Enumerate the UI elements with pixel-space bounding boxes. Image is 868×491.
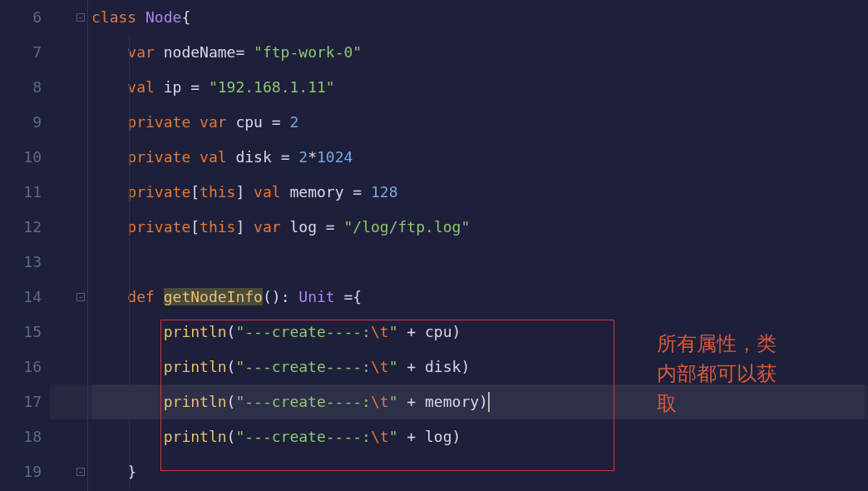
- line-number: 17: [0, 384, 42, 419]
- code-token: [272, 148, 281, 166]
- code-line[interactable]: def getNodeInfo(): Unit ={: [91, 280, 865, 315]
- line-gutter: 678910111213141516171819: [0, 0, 50, 491]
- code-line[interactable]: private[this] var log = "/log/ftp.log": [91, 210, 865, 245]
- code-token: [190, 148, 200, 166]
- code-token: {: [353, 288, 362, 305]
- code-token: \t: [371, 393, 389, 410]
- line-number: 15: [0, 315, 42, 350]
- code-token: [227, 113, 236, 131]
- code-token: =: [190, 78, 209, 96]
- code-token: [344, 183, 353, 201]
- indent-guide: [129, 35, 130, 489]
- code-token: ): [461, 358, 470, 375]
- code-token: \t: [371, 358, 389, 375]
- code-token: memory: [289, 183, 343, 201]
- code-token: =: [281, 148, 299, 166]
- code-token: log: [289, 218, 317, 236]
- code-token: [398, 428, 407, 445]
- code-token: =: [326, 218, 344, 236]
- code-token: "---create----:: [235, 323, 371, 340]
- fold-toggle-icon[interactable]: [76, 468, 85, 476]
- code-token: +: [407, 393, 416, 410]
- code-token: (: [227, 393, 236, 410]
- code-token: var: [127, 43, 155, 61]
- code-token: ): [452, 323, 461, 340]
- code-line[interactable]: }: [91, 454, 865, 489]
- annotation-text: 所有属性，类 内部都可以获 取: [657, 329, 777, 419]
- line-number: 6: [0, 0, 42, 35]
- code-token: ): [452, 428, 461, 445]
- code-token: *: [308, 148, 317, 166]
- code-token: ": [389, 393, 398, 410]
- code-token: [335, 288, 344, 305]
- code-line[interactable]: private val disk = 2*1024: [91, 140, 865, 175]
- code-token: class: [91, 8, 136, 26]
- code-line[interactable]: [91, 245, 865, 280]
- code-token: ": [389, 323, 398, 340]
- code-token: println: [164, 358, 227, 375]
- code-editor[interactable]: 678910111213141516171819 class Node{ var…: [0, 0, 868, 491]
- code-line[interactable]: println("---create----:\t" + log): [91, 419, 865, 454]
- line-number: 19: [0, 454, 42, 489]
- code-line[interactable]: class Node{: [91, 0, 865, 35]
- code-token: private: [127, 113, 190, 131]
- line-number: 13: [0, 245, 42, 280]
- code-token: [: [190, 183, 200, 201]
- code-token: =: [272, 113, 290, 131]
- code-token: \t: [371, 428, 389, 445]
- code-token: =: [353, 183, 371, 201]
- code-token: memory: [425, 393, 479, 410]
- code-token: def: [127, 288, 155, 305]
- line-number: 11: [0, 175, 42, 210]
- annotation-line-2: 内部都可以获: [657, 362, 777, 384]
- code-token: =: [344, 288, 353, 305]
- code-token: 1024: [317, 148, 353, 166]
- code-token: (: [227, 358, 236, 375]
- fold-toggle-icon[interactable]: [76, 293, 85, 301]
- code-token: ]: [235, 218, 244, 236]
- code-token: "---create----:: [235, 393, 371, 410]
- fold-toggle-icon[interactable]: [76, 13, 85, 22]
- code-token: ": [389, 358, 398, 375]
- code-token: var: [200, 113, 227, 131]
- code-line[interactable]: private[this] val memory = 128: [91, 175, 865, 210]
- code-token: [281, 218, 290, 236]
- code-token: [155, 78, 164, 96]
- line-number: 12: [0, 210, 42, 245]
- code-token: [: [190, 218, 200, 236]
- code-token: 2: [289, 113, 298, 131]
- code-token: ]: [235, 183, 244, 201]
- code-token: +: [407, 428, 416, 445]
- code-token: val: [127, 78, 155, 96]
- code-token: :: [281, 288, 299, 305]
- annotation-line-1: 所有属性，类: [657, 332, 777, 355]
- code-token: cpu: [235, 113, 263, 131]
- code-line[interactable]: private var cpu = 2: [91, 105, 865, 140]
- code-token: var: [254, 218, 281, 236]
- code-token: [190, 113, 200, 131]
- code-line[interactable]: var nodeName= "ftp-work-0": [91, 35, 865, 70]
- code-token: private: [127, 148, 190, 166]
- code-token: "---create----:: [235, 428, 371, 445]
- code-token: "/log/ftp.log": [344, 218, 471, 236]
- code-token: +: [407, 323, 416, 340]
- code-token: this: [200, 218, 235, 236]
- code-token: [263, 113, 272, 131]
- code-token: val: [200, 148, 227, 166]
- code-token: [398, 358, 407, 375]
- code-token: println: [164, 428, 227, 445]
- code-token: [416, 393, 425, 410]
- code-line[interactable]: val ip = "192.168.1.11": [91, 70, 865, 105]
- annotation-line-3: 取: [657, 392, 677, 414]
- line-number: 18: [0, 419, 42, 454]
- code-token: (: [227, 323, 236, 340]
- code-token: +: [407, 358, 416, 375]
- line-number: 14: [0, 280, 42, 315]
- code-token: [416, 358, 425, 375]
- line-number: 8: [0, 70, 42, 105]
- code-token: nodeName: [164, 43, 236, 61]
- code-token: ): [479, 393, 488, 410]
- line-number: 10: [0, 140, 42, 175]
- code-token: [136, 8, 145, 26]
- code-token: Node: [145, 8, 181, 26]
